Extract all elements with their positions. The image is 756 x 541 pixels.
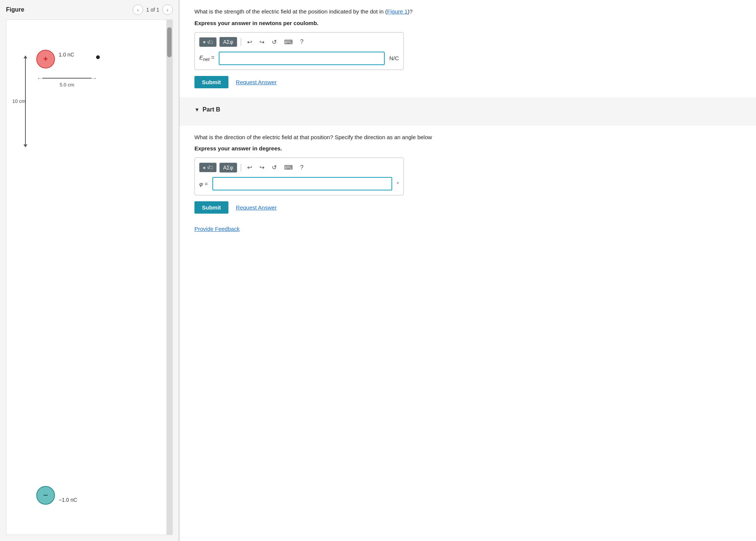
scroll-thumb [167, 27, 172, 57]
part-b-unit: ° [397, 181, 399, 187]
next-figure-button[interactable]: › [162, 4, 173, 15]
part-b-request-answer-button[interactable]: Request Answer [236, 204, 277, 211]
part-a-question: What is the strength of the electric fie… [194, 7, 741, 16]
part-a-input-container: ■ √□ ΑΣφ ↩ ↪ ↺ ⌨ ? Enet = N/C [194, 32, 404, 70]
part-a-unit: N/C [389, 55, 399, 61]
math-toolbar-a: ■ √□ ΑΣφ ↩ ↪ ↺ ⌨ ? [199, 37, 399, 47]
undo-button-b[interactable]: ↩ [245, 162, 254, 172]
keyboard-button-a[interactable]: ⌨ [282, 37, 295, 47]
part-a-answer-input[interactable] [219, 52, 385, 65]
toolbar-divider-a [241, 38, 241, 46]
symbol-button-a[interactable]: ΑΣφ [219, 37, 237, 47]
part-b-answer-input[interactable] [212, 177, 392, 190]
part-b-math-label: φ = [199, 181, 208, 187]
part-a-actions: Submit Request Answer [194, 76, 741, 88]
symbol-button-b[interactable]: ΑΣφ [219, 163, 237, 172]
right-panel: What is the strength of the electric fie… [179, 0, 756, 541]
minus-charge-label: −1.0 nC [59, 497, 77, 503]
help-button-a[interactable]: ? [298, 37, 306, 47]
figure-canvas: 10 cm + 1.0 nC ← → 5.0 cm − −1.0 nC [6, 19, 173, 535]
part-b-input-row: φ = ° [199, 177, 399, 190]
provide-feedback-button[interactable]: Provide Feedback [194, 226, 240, 232]
help-button-b[interactable]: ? [298, 163, 306, 172]
figure-panel: Figure ‹ 1 of 1 › 10 cm + 1.0 nC [0, 0, 179, 541]
arrow-up-icon [24, 55, 27, 58]
undo-button-a[interactable]: ↩ [245, 37, 254, 47]
refresh-button-a[interactable]: ↺ [270, 37, 279, 47]
arrow-down-icon [24, 144, 27, 147]
part-a-instruction: Express your answer in newtons per coulo… [194, 20, 741, 26]
figure-nav: ‹ 1 of 1 › [133, 4, 173, 15]
sqrt-button-a[interactable]: ■ √□ [199, 37, 216, 47]
collapse-arrow-b[interactable]: ▼ [194, 107, 200, 113]
math-toolbar-b: ■ √□ ΑΣφ ↩ ↪ ↺ ⌨ ? [199, 162, 399, 172]
part-a-math-label: Enet = [199, 54, 214, 62]
part-b-actions: Submit Request Answer [194, 201, 741, 214]
vertical-measure-label: 10 cm [12, 98, 25, 104]
horizontal-arrow: ← → [37, 75, 97, 81]
part-a-input-row: Enet = N/C [199, 52, 399, 65]
figure-scrollbar[interactable] [166, 20, 172, 535]
plus-charge: + [36, 50, 55, 68]
part-a-submit-button[interactable]: Submit [194, 76, 228, 88]
sqrt-button-b[interactable]: ■ √□ [199, 163, 216, 172]
part-b-input-container: ■ √□ ΑΣφ ↩ ↪ ↺ ⌨ ? φ = ° [194, 158, 404, 195]
minus-charge: − [36, 486, 55, 505]
keyboard-button-b[interactable]: ⌨ [282, 162, 295, 172]
part-b-question: What is the direction of the electric fi… [194, 133, 741, 142]
part-b-submit-button[interactable]: Submit [194, 201, 228, 214]
figure-nav-count: 1 of 1 [146, 7, 159, 13]
redo-button-b[interactable]: ↪ [257, 162, 267, 172]
toolbar-divider-b [241, 164, 241, 171]
part-b-header: ▼ Part B [194, 106, 741, 113]
plus-charge-label: 1.0 nC [59, 52, 74, 58]
part-a-request-answer-button[interactable]: Request Answer [236, 79, 277, 85]
dot-marker [96, 55, 100, 59]
refresh-button-b[interactable]: ↺ [270, 162, 279, 172]
figure-header: Figure ‹ 1 of 1 › [0, 0, 179, 19]
horizontal-measure-label: 5.0 cm [59, 82, 74, 88]
part-b-title: Part B [203, 106, 220, 113]
figure-link[interactable]: Figure 1 [387, 8, 408, 15]
prev-figure-button[interactable]: ‹ [133, 4, 143, 15]
part-b-instruction: Express your answer in degrees. [194, 145, 741, 152]
figure-title: Figure [6, 6, 24, 13]
redo-button-a[interactable]: ↪ [257, 37, 267, 47]
